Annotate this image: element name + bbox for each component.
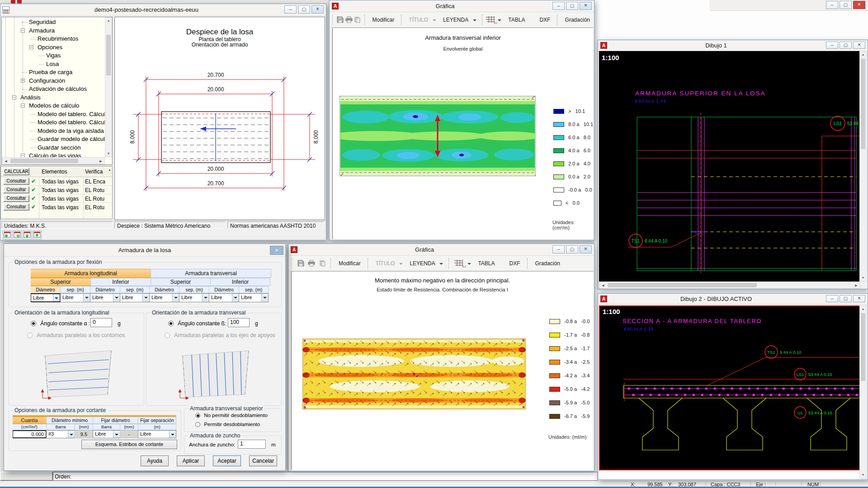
scroll-down-icon[interactable]: ▼ — [860, 472, 866, 478]
consultar-button[interactable]: Consultar — [3, 178, 29, 185]
print-icon[interactable] — [306, 258, 317, 269]
minimize-button[interactable] — [552, 2, 565, 10]
chevron-down-icon[interactable] — [202, 294, 209, 302]
tree-item-losa[interactable]: Losa — [2, 60, 105, 69]
copy-icon[interactable] — [317, 258, 328, 269]
dibujo2-canvas[interactable]: 1:100 SECCION A - A ARMADURA DEL TABLERO… — [599, 305, 860, 470]
chevron-down-icon[interactable] — [399, 263, 403, 267]
scroll-down-icon[interactable]: ▼ — [860, 275, 866, 281]
tree-collapse-icon[interactable] — [21, 28, 25, 33]
tree-item-guardar-modelo[interactable]: Guardar modelo de cálculo ( — [2, 135, 105, 144]
dibujo1-titlebar[interactable]: Dibujo 1 — [598, 40, 868, 51]
scrollbar-thumb[interactable] — [106, 35, 111, 75]
command-input[interactable]: Orden: — [53, 472, 598, 481]
close-button[interactable] — [580, 245, 592, 253]
maximize-button[interactable] — [840, 42, 852, 49]
chevron-down-icon[interactable] — [232, 294, 239, 302]
calcular-button[interactable]: CALCULAR — [3, 168, 29, 175]
scroll-right-icon[interactable]: ▶ — [854, 282, 859, 289]
dialog-titlebar[interactable]: Armadura de la losa — [4, 244, 285, 257]
grid-values-icon[interactable]: 0.0 — [486, 14, 497, 25]
tree-item-prueba-de-carga[interactable]: Prueba de carga — [2, 68, 105, 77]
copy-icon[interactable] — [353, 14, 362, 25]
grid-values-icon[interactable]: 0.0 — [453, 258, 467, 269]
chevron-down-icon[interactable] — [113, 294, 120, 302]
maximize-button[interactable] — [566, 2, 578, 10]
command-bar-button[interactable] — [0, 472, 53, 481]
despiece-drawing-pane[interactable]: Despiece de la losa Planta del tablero O… — [114, 17, 325, 220]
beta-angle-input[interactable]: 100 — [228, 318, 250, 327]
tab-armadura-longitudinal[interactable]: Armadura longitudinal — [31, 269, 151, 278]
tree-item-modelos-de-calculo[interactable]: Modelos de cálculo — [2, 102, 105, 110]
consultar-button[interactable]: Consultar — [3, 203, 29, 211]
tree-item-opciones[interactable]: Opciones — [2, 43, 105, 52]
maximize-button[interactable] — [840, 295, 852, 302]
table-arrow-up-icon[interactable] — [33, 230, 42, 239]
chevron-down-icon[interactable] — [142, 294, 149, 302]
scrollbar-thumb[interactable] — [10, 159, 78, 163]
save-icon[interactable] — [336, 14, 344, 25]
chevron-down-icon[interactable] — [467, 263, 471, 267]
sep-sup-long-combo[interactable]: Libre — [60, 293, 90, 302]
scroll-up-icon[interactable]: ▲ — [108, 168, 111, 171]
minimize-button[interactable] — [284, 5, 297, 14]
ayuda-button[interactable]: Ayuda — [141, 455, 169, 466]
tree-collapse-icon[interactable] — [12, 95, 16, 99]
diametro-sup-trans-combo[interactable]: Libre — [149, 293, 179, 302]
radio-paralelas[interactable] — [165, 333, 170, 338]
scroll-up-icon[interactable]: ▲ — [860, 52, 866, 58]
table-insert-right-icon[interactable] — [13, 230, 22, 239]
tree-item-modelo-tablero-2[interactable]: Modelo del tablero. Cálculo — [2, 118, 105, 127]
scrollbar-thumb[interactable] — [608, 283, 757, 287]
cuantia-minima-input[interactable]: 0.000 — [13, 430, 47, 438]
close-button[interactable] — [853, 1, 865, 9]
table-row[interactable]: Consultar ✔ Todas las vigas EL Rotu — [1, 203, 112, 211]
table-row[interactable]: Consultar ✔ Todas las vigas EL Rotu — [1, 186, 112, 194]
tree-item-armadura[interactable]: Armadura — [2, 27, 105, 35]
scrollbar-thumb[interactable] — [861, 59, 865, 149]
diametro-inf-trans-combo[interactable]: Libre — [209, 293, 239, 302]
chevron-down-icon[interactable] — [473, 19, 476, 23]
titulo-button[interactable]: TÍTULO — [372, 258, 399, 268]
diametro-sup-long-combo[interactable]: Libre — [31, 293, 61, 302]
chevron-down-icon[interactable] — [68, 431, 75, 438]
close-button[interactable] — [853, 295, 865, 302]
tree-horizontal-scrollbar[interactable]: ◀ ▶ — [2, 157, 105, 164]
table-row[interactable]: Consultar ✔ Todas las vigas EL Enca — [1, 177, 112, 186]
minimize-button[interactable] — [826, 1, 838, 9]
dibujo2-vertical-scrollbar[interactable]: ▲ ▼ — [859, 305, 867, 479]
radio-paralelas[interactable] — [27, 333, 33, 338]
chevron-down-icon[interactable] — [498, 19, 501, 23]
dxf-button[interactable]: DXF — [535, 15, 554, 25]
chevron-down-icon[interactable] — [172, 294, 179, 302]
scroll-right-icon[interactable]: ▶ — [98, 158, 104, 164]
tabla-button[interactable]: TABLA — [504, 15, 529, 25]
sep-inf-trans-combo[interactable]: Libre — [239, 293, 269, 302]
tab-armadura-transversal[interactable]: Armadura transversal — [151, 269, 271, 278]
maximize-button[interactable] — [566, 245, 578, 253]
grafica2-canvas[interactable]: Momento máximo negativo en la dirección … — [291, 271, 593, 470]
chevron-down-icon[interactable] — [439, 263, 443, 267]
chevron-down-icon[interactable] — [433, 19, 436, 23]
fijar-separacion-combo[interactable]: Libre — [138, 430, 176, 438]
sep-inf-long-combo[interactable]: Libre — [120, 293, 150, 302]
grafica2-titlebar[interactable]: Gráfica — [288, 244, 594, 256]
dibujo1-horizontal-scrollbar[interactable]: ◀ ▶ — [599, 282, 860, 289]
scroll-down-icon[interactable]: ▼ — [105, 150, 112, 157]
radio-angulo-constante[interactable] — [168, 321, 174, 326]
grafica1-canvas[interactable]: Armadura transversal inferior Envolvente… — [332, 28, 593, 239]
close-button[interactable] — [270, 246, 283, 255]
tree-collapse-icon[interactable] — [21, 154, 25, 157]
modificar-button[interactable]: Modificar — [335, 258, 365, 268]
tree-item-modelo-tablero-1[interactable]: Modelo del tablero. Cálculo — [2, 110, 105, 119]
close-button[interactable] — [853, 42, 865, 49]
barra-minima-combo[interactable]: #3 — [46, 430, 75, 438]
tabla-button[interactable]: TABLA — [474, 258, 499, 268]
cancelar-button[interactable]: Cancelar — [249, 455, 277, 466]
tree-item-calculo-vigas[interactable]: Cálculo de las vigas — [2, 152, 105, 157]
chevron-down-icon[interactable] — [53, 294, 60, 301]
minimize-button[interactable] — [552, 245, 565, 253]
main-titlebar[interactable]: demo4-postesado-recrecidoalmas-eeuu — [0, 4, 326, 16]
leyenda-button[interactable]: LEYENDA — [406, 258, 439, 268]
gradacion-button[interactable]: Gradación — [561, 15, 594, 25]
